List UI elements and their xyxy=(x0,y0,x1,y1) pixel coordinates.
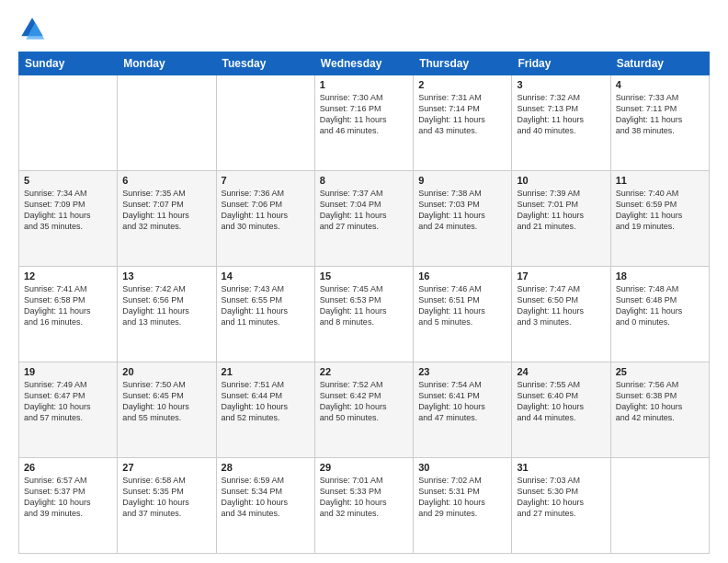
day-number: 29 xyxy=(320,462,408,473)
day-number: 14 xyxy=(222,270,310,282)
calendar-cell: 30Sunrise: 7:02 AM Sunset: 5:31 PM Dayli… xyxy=(414,458,512,554)
logo-icon xyxy=(18,15,46,42)
calendar-week-2: 5Sunrise: 7:34 AM Sunset: 7:09 PM Daylig… xyxy=(19,171,710,267)
day-info: Sunrise: 7:35 AM Sunset: 7:07 PM Dayligh… xyxy=(122,188,210,233)
calendar-header-friday: Friday xyxy=(512,52,610,75)
header xyxy=(18,15,710,42)
calendar-cell: 18Sunrise: 7:48 AM Sunset: 6:48 PM Dayli… xyxy=(610,267,709,362)
calendar-header-monday: Monday xyxy=(118,52,216,75)
day-info: Sunrise: 6:57 AM Sunset: 5:37 PM Dayligh… xyxy=(24,475,112,520)
day-number: 9 xyxy=(418,175,506,186)
day-number: 4 xyxy=(616,79,704,90)
calendar-cell: 1Sunrise: 7:30 AM Sunset: 7:16 PM Daylig… xyxy=(314,75,413,171)
day-info: Sunrise: 7:31 AM Sunset: 7:14 PM Dayligh… xyxy=(418,92,506,137)
day-info: Sunrise: 7:55 AM Sunset: 6:40 PM Dayligh… xyxy=(517,379,605,424)
day-info: Sunrise: 7:56 AM Sunset: 6:38 PM Dayligh… xyxy=(616,379,704,424)
day-info: Sunrise: 7:34 AM Sunset: 7:09 PM Dayligh… xyxy=(24,188,112,233)
calendar-cell: 16Sunrise: 7:46 AM Sunset: 6:51 PM Dayli… xyxy=(414,267,512,362)
day-number: 1 xyxy=(320,79,408,90)
calendar-cell xyxy=(610,458,709,554)
day-info: Sunrise: 7:32 AM Sunset: 7:13 PM Dayligh… xyxy=(517,92,605,137)
day-number: 24 xyxy=(517,366,605,377)
day-info: Sunrise: 7:39 AM Sunset: 7:01 PM Dayligh… xyxy=(517,188,605,233)
day-info: Sunrise: 7:36 AM Sunset: 7:06 PM Dayligh… xyxy=(222,188,310,233)
day-number: 6 xyxy=(122,175,210,186)
calendar-cell: 13Sunrise: 7:42 AM Sunset: 6:56 PM Dayli… xyxy=(118,267,216,362)
day-info: Sunrise: 7:38 AM Sunset: 7:03 PM Dayligh… xyxy=(418,188,506,233)
calendar-cell: 25Sunrise: 7:56 AM Sunset: 6:38 PM Dayli… xyxy=(610,362,709,458)
calendar-cell: 15Sunrise: 7:45 AM Sunset: 6:53 PM Dayli… xyxy=(314,267,413,362)
calendar-cell: 6Sunrise: 7:35 AM Sunset: 7:07 PM Daylig… xyxy=(118,171,216,267)
calendar-cell: 11Sunrise: 7:40 AM Sunset: 6:59 PM Dayli… xyxy=(610,171,709,267)
logo xyxy=(18,15,48,42)
calendar-cell: 26Sunrise: 6:57 AM Sunset: 5:37 PM Dayli… xyxy=(19,458,118,554)
day-info: Sunrise: 7:51 AM Sunset: 6:44 PM Dayligh… xyxy=(222,379,310,424)
day-info: Sunrise: 7:45 AM Sunset: 6:53 PM Dayligh… xyxy=(320,283,408,328)
calendar-cell: 5Sunrise: 7:34 AM Sunset: 7:09 PM Daylig… xyxy=(19,171,118,267)
day-info: Sunrise: 6:59 AM Sunset: 5:34 PM Dayligh… xyxy=(222,475,310,520)
day-info: Sunrise: 7:46 AM Sunset: 6:51 PM Dayligh… xyxy=(418,283,506,328)
day-number: 25 xyxy=(616,366,704,377)
day-number: 30 xyxy=(418,462,506,473)
calendar-cell: 22Sunrise: 7:52 AM Sunset: 6:42 PM Dayli… xyxy=(314,362,413,458)
calendar-week-5: 26Sunrise: 6:57 AM Sunset: 5:37 PM Dayli… xyxy=(19,458,710,554)
day-number: 16 xyxy=(418,270,506,282)
calendar-cell: 3Sunrise: 7:32 AM Sunset: 7:13 PM Daylig… xyxy=(512,75,610,171)
day-number: 2 xyxy=(418,79,506,90)
calendar-header-row: SundayMondayTuesdayWednesdayThursdayFrid… xyxy=(19,52,710,75)
day-info: Sunrise: 7:33 AM Sunset: 7:11 PM Dayligh… xyxy=(616,92,704,137)
day-info: Sunrise: 7:03 AM Sunset: 5:30 PM Dayligh… xyxy=(517,475,605,520)
calendar-week-4: 19Sunrise: 7:49 AM Sunset: 6:47 PM Dayli… xyxy=(19,362,710,458)
day-info: Sunrise: 7:43 AM Sunset: 6:55 PM Dayligh… xyxy=(222,283,310,328)
calendar-cell: 8Sunrise: 7:37 AM Sunset: 7:04 PM Daylig… xyxy=(314,171,413,267)
calendar-cell: 14Sunrise: 7:43 AM Sunset: 6:55 PM Dayli… xyxy=(216,267,314,362)
calendar-header-saturday: Saturday xyxy=(610,52,709,75)
calendar-cell: 31Sunrise: 7:03 AM Sunset: 5:30 PM Dayli… xyxy=(512,458,610,554)
day-number: 18 xyxy=(616,270,704,282)
day-number: 23 xyxy=(418,366,506,377)
day-number: 8 xyxy=(320,175,408,186)
day-number: 3 xyxy=(517,79,605,90)
calendar-cell: 7Sunrise: 7:36 AM Sunset: 7:06 PM Daylig… xyxy=(216,171,314,267)
calendar-cell: 24Sunrise: 7:55 AM Sunset: 6:40 PM Dayli… xyxy=(512,362,610,458)
day-number: 7 xyxy=(222,175,310,186)
calendar-cell: 23Sunrise: 7:54 AM Sunset: 6:41 PM Dayli… xyxy=(414,362,512,458)
day-number: 12 xyxy=(24,270,112,282)
day-info: Sunrise: 7:02 AM Sunset: 5:31 PM Dayligh… xyxy=(418,475,506,520)
day-number: 28 xyxy=(222,462,310,473)
day-info: Sunrise: 7:52 AM Sunset: 6:42 PM Dayligh… xyxy=(320,379,408,424)
day-info: Sunrise: 6:58 AM Sunset: 5:35 PM Dayligh… xyxy=(122,475,210,520)
day-number: 22 xyxy=(320,366,408,377)
calendar-cell: 17Sunrise: 7:47 AM Sunset: 6:50 PM Dayli… xyxy=(512,267,610,362)
calendar-header-sunday: Sunday xyxy=(19,52,118,75)
day-info: Sunrise: 7:30 AM Sunset: 7:16 PM Dayligh… xyxy=(320,92,408,137)
calendar-cell: 19Sunrise: 7:49 AM Sunset: 6:47 PM Dayli… xyxy=(19,362,118,458)
calendar-week-3: 12Sunrise: 7:41 AM Sunset: 6:58 PM Dayli… xyxy=(19,267,710,362)
day-number: 26 xyxy=(24,462,112,473)
day-info: Sunrise: 7:37 AM Sunset: 7:04 PM Dayligh… xyxy=(320,188,408,233)
day-info: Sunrise: 7:48 AM Sunset: 6:48 PM Dayligh… xyxy=(616,283,704,328)
day-number: 15 xyxy=(320,270,408,282)
day-info: Sunrise: 7:42 AM Sunset: 6:56 PM Dayligh… xyxy=(122,283,210,328)
day-number: 5 xyxy=(24,175,112,186)
calendar-cell: 21Sunrise: 7:51 AM Sunset: 6:44 PM Dayli… xyxy=(216,362,314,458)
calendar-cell: 28Sunrise: 6:59 AM Sunset: 5:34 PM Dayli… xyxy=(216,458,314,554)
page: SundayMondayTuesdayWednesdayThursdayFrid… xyxy=(0,0,728,563)
day-info: Sunrise: 7:41 AM Sunset: 6:58 PM Dayligh… xyxy=(24,283,112,328)
day-number: 21 xyxy=(222,366,310,377)
day-number: 13 xyxy=(122,270,210,282)
calendar-header-thursday: Thursday xyxy=(414,52,512,75)
calendar-cell: 12Sunrise: 7:41 AM Sunset: 6:58 PM Dayli… xyxy=(19,267,118,362)
calendar-cell: 29Sunrise: 7:01 AM Sunset: 5:33 PM Dayli… xyxy=(314,458,413,554)
day-number: 20 xyxy=(122,366,210,377)
day-info: Sunrise: 7:49 AM Sunset: 6:47 PM Dayligh… xyxy=(24,379,112,424)
day-number: 10 xyxy=(517,175,605,186)
calendar-header-wednesday: Wednesday xyxy=(314,52,413,75)
day-number: 17 xyxy=(517,270,605,282)
calendar-cell xyxy=(19,75,118,171)
calendar-header-tuesday: Tuesday xyxy=(216,52,314,75)
calendar-cell xyxy=(216,75,314,171)
day-number: 27 xyxy=(122,462,210,473)
day-info: Sunrise: 7:40 AM Sunset: 6:59 PM Dayligh… xyxy=(616,188,704,233)
day-number: 31 xyxy=(517,462,605,473)
